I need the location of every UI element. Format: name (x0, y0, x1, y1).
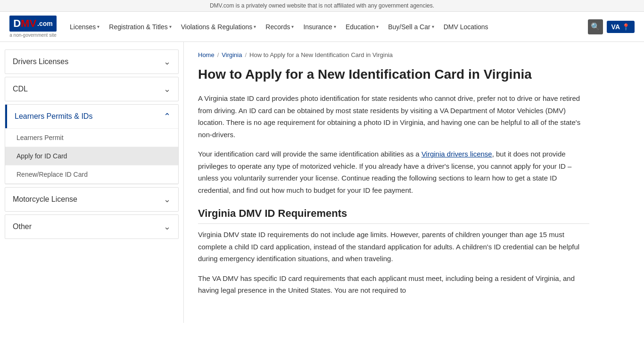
breadcrumb: Home / Virginia / How to Apply for a New… (198, 51, 589, 58)
main-nav: Licenses ▾ Registration & Titles ▾ Viola… (66, 20, 588, 33)
sidebar-item-other: Other ⌄ (5, 214, 179, 239)
intro-p2-prefix: Your identification card will provide th… (198, 150, 421, 158)
sidebar-item-drivers-licenses-label: Drivers Licenses (13, 58, 68, 66)
section1-paragraph-2: The VA DMV has specific ID card requirem… (198, 272, 589, 296)
chevron-down-icon: ⌄ (164, 222, 171, 232)
breadcrumb-state[interactable]: Virginia (222, 51, 242, 58)
sidebar-sub-item-apply-id-card[interactable]: Apply for ID Card (5, 147, 178, 165)
sidebar-item-learners-permits-label: Learners Permits & IDs (15, 112, 92, 121)
nav-insurance[interactable]: Insurance ▾ (299, 20, 339, 33)
sidebar-sub-item-renew-id-card[interactable]: Renew/Replace ID Card (5, 165, 178, 184)
nav-violations-caret: ▾ (254, 24, 256, 29)
intro-paragraph-2: Your identification card will provide th… (198, 148, 589, 196)
header-right: 🔍 VA 📍 (588, 19, 635, 34)
sidebar-item-motorcycle-header[interactable]: Motorcycle License ⌄ (5, 188, 178, 211)
sidebar-item-learners-permits-header[interactable]: Learners Permits & IDs ⌃ (5, 105, 178, 128)
main-content: Home / Virginia / How to Apply for a New… (184, 42, 608, 323)
nav-licenses[interactable]: Licenses ▾ (66, 20, 103, 33)
nav-education-caret: ▾ (376, 24, 379, 29)
sidebar-sub-item-learners-permit[interactable]: Learners Permit (5, 129, 178, 147)
sidebar-item-motorcycle: Motorcycle License ⌄ (5, 187, 179, 212)
notice-bar: DMV.com is a privately owned website tha… (0, 0, 644, 12)
chevron-up-icon: ⌃ (164, 111, 171, 122)
sidebar-item-drivers-licenses-header[interactable]: Drivers Licenses ⌄ (5, 50, 178, 74)
nav-records[interactable]: Records ▾ (262, 20, 297, 33)
chevron-down-icon: ⌄ (164, 57, 171, 67)
sidebar-item-cdl-header[interactable]: CDL ⌄ (5, 77, 178, 101)
state-selector[interactable]: VA 📍 (607, 21, 635, 33)
notice-text: DMV.com is a privately owned website tha… (210, 2, 434, 9)
virginia-drivers-license-link[interactable]: Virginia drivers license (421, 150, 492, 158)
page-layout: Drivers Licenses ⌄ CDL ⌄ Learners Permit… (0, 42, 644, 323)
sidebar-item-drivers-licenses: Drivers Licenses ⌄ (5, 49, 179, 74)
sidebar: Drivers Licenses ⌄ CDL ⌄ Learners Permit… (0, 42, 184, 323)
logo-sub: a non-government site (9, 33, 57, 38)
section1-heading: Virginia DMV ID Requirements (198, 207, 589, 224)
page-title: How to Apply for a New Identification Ca… (198, 66, 589, 83)
nav-dmv-locations[interactable]: DMV Locations (440, 20, 492, 33)
nav-violations[interactable]: Violations & Regulations ▾ (177, 20, 260, 33)
nav-registration-caret: ▾ (169, 24, 172, 29)
sidebar-item-motorcycle-label: Motorcycle License (13, 195, 77, 204)
chevron-down-icon: ⌄ (164, 84, 171, 94)
location-icon: 📍 (622, 23, 630, 31)
nav-education[interactable]: Education ▾ (342, 20, 382, 33)
content-section: A Virginia state ID card provides photo … (198, 92, 589, 296)
nav-buy-sell[interactable]: Buy/Sell a Car ▾ (384, 20, 438, 33)
search-icon: 🔍 (591, 22, 600, 31)
sidebar-item-cdl: CDL ⌄ (5, 77, 179, 101)
breadcrumb-sep-1: / (217, 51, 219, 58)
section1-paragraph-1: Virginia DMV state ID requirements do no… (198, 229, 589, 265)
sidebar-item-other-header[interactable]: Other ⌄ (5, 215, 178, 239)
breadcrumb-home[interactable]: Home (198, 51, 215, 58)
nav-buy-sell-caret: ▾ (432, 24, 434, 29)
sidebar-sub-learners: Learners Permit Apply for ID Card Renew/… (5, 128, 178, 184)
state-label: VA (611, 23, 620, 31)
nav-insurance-caret: ▾ (334, 24, 336, 29)
breadcrumb-sep-2: / (245, 51, 247, 58)
nav-registration[interactable]: Registration & Titles ▾ (105, 20, 175, 33)
chevron-down-icon: ⌄ (164, 194, 171, 205)
search-button[interactable]: 🔍 (588, 19, 603, 34)
header: D M V .com a non-government site License… (0, 12, 644, 42)
nav-records-caret: ▾ (291, 24, 294, 29)
sidebar-item-other-label: Other (13, 222, 32, 231)
sidebar-item-cdl-label: CDL (13, 85, 28, 93)
sidebar-item-learners-permits: Learners Permits & IDs ⌃ Learners Permit… (5, 104, 179, 184)
breadcrumb-current: How to Apply for a New Identification Ca… (249, 51, 393, 58)
intro-paragraph-1: A Virginia state ID card provides photo … (198, 92, 589, 140)
logo-area[interactable]: D M V .com a non-government site (9, 16, 57, 38)
nav-licenses-caret: ▾ (97, 24, 99, 29)
